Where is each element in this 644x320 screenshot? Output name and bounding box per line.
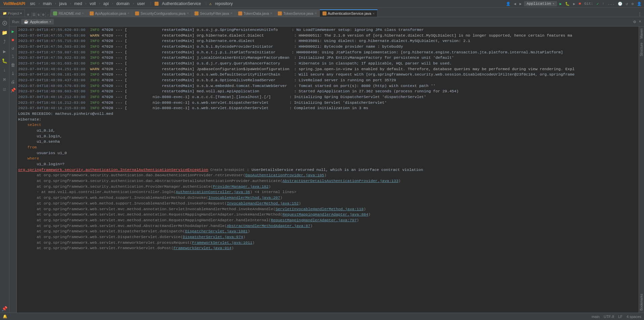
nav-sort-btn[interactable]: ⇅ <box>36 12 41 17</box>
tab-secfilter[interactable]: SecurityFilter.java × <box>192 9 235 17</box>
sidebar-project[interactable]: 📁 <box>1 29 9 37</box>
full-layout: VollMedAPI src › main › java › med › vol… <box>0 0 644 320</box>
apiapp-close[interactable]: × <box>127 11 129 15</box>
top-file-auth[interactable]: AuthenticationService <box>160 1 203 7</box>
log-line: 2023-07-04T18:48:01.693-03:00 INFO 47020… <box>18 61 637 66</box>
tab-tokendata[interactable]: TokenData.java × <box>235 9 275 17</box>
log-line: 2023-07-04T18:47:55.620-03:00 INFO 47020… <box>18 27 637 33</box>
nav-gear-btn[interactable]: ⚙ <box>41 12 46 17</box>
tokendata-icon <box>238 11 242 15</box>
sidebar-pull[interactable]: ↓ <box>1 66 9 74</box>
menu-java[interactable]: java <box>57 1 69 7</box>
project-tab[interactable]: 📁 Project ▾ <box>0 9 25 17</box>
menu-user[interactable]: user <box>135 1 147 7</box>
tokenservice-close[interactable]: × <box>315 11 317 15</box>
sidebar-pin[interactable]: 📌 <box>1 305 9 313</box>
log-line: 2023-07-04T18:48:16.215-03:00 INFO 47020… <box>18 105 637 111</box>
log-sql: u1_0.id, <box>18 128 637 134</box>
refresh-icon[interactable]: ↺ <box>625 1 629 6</box>
file-tabs-bar: 📁 Project ▾ ⊕ ☰ ⇅ ⚙ – README.md × ApiApp… <box>0 8 644 17</box>
maven-label[interactable]: Maven <box>639 27 644 41</box>
authservice-close[interactable]: × <box>373 12 375 15</box>
pin-tab-btn[interactable]: 📌 <box>9 87 17 94</box>
nav-collapse-btn[interactable]: – <box>46 13 50 17</box>
stack-trace-line: at org.springframework.web.servlet.Dispa… <box>18 229 637 234</box>
debug-btn[interactable]: 🐛 <box>564 1 571 6</box>
stack-trace-line: at org.springframework.web.method.suppor… <box>18 201 637 207</box>
log-line: 2023-07-04T18:48:08.101-03:00 INFO 47020… <box>18 72 637 78</box>
tab-authservice[interactable]: AuthenticationService.java × <box>320 9 378 17</box>
tokendata-close[interactable]: × <box>270 11 272 15</box>
tab-readme[interactable]: README.md × <box>50 9 87 17</box>
menu-api[interactable]: api <box>101 1 111 7</box>
nav-config-btn[interactable]: ⊕ <box>25 12 32 17</box>
sidebar-terminal[interactable]: ⌘ <box>1 76 9 84</box>
run-config-display[interactable]: ☕ Application ▾ <box>21 19 54 25</box>
status-git: main <box>592 315 600 319</box>
console-output: 2023-07-04T18:47:55.620-03:00 INFO 47020… <box>17 27 639 313</box>
forward-nav[interactable]: ▶ <box>518 1 523 6</box>
git-up[interactable]: ↑ <box>601 1 605 6</box>
secfilter-label: SecurityFilter.java <box>200 11 229 15</box>
tokenservice-label: TokenService.java <box>283 11 313 15</box>
git-check[interactable]: ✓ <box>596 1 600 6</box>
structure-label[interactable]: Structure <box>639 41 644 58</box>
stack-trace-line: at org.springframework.web.servlet.Frame… <box>18 245 637 251</box>
print-btn[interactable]: 🖨 <box>9 78 17 86</box>
back-nav[interactable]: ◀ <box>513 1 517 6</box>
top-bar-left: VollMedAPI src › main › java › med › vol… <box>1 1 235 7</box>
authservice-label: AuthenticationService.java <box>328 11 372 15</box>
stop-btn[interactable]: ■ <box>578 1 582 6</box>
run-btn[interactable]: ▶ <box>9 28 17 35</box>
status-right: main UTF-8 LF 4 spaces <box>592 315 641 319</box>
left-nav: 📁 ⤴ ▶ 🐛 ↓ ⌘ ☑ 📌 <box>0 17 9 313</box>
top-right-buttons: 👤 ◀ ▶ Application ▾ ▶ 🐛 ▶ ■ Git: ✓ ↑ ...… <box>505 1 643 6</box>
settings-icon[interactable]: ⚙ <box>630 1 635 6</box>
tab-secconfig[interactable]: SecurityConfigurations.java × <box>132 9 192 17</box>
stack-trace-line: at org.springframework.security.authenti… <box>18 184 637 190</box>
run-coverage[interactable]: ▶ <box>572 1 576 6</box>
sidebar-debug[interactable]: 🐛 <box>1 57 9 65</box>
log-line: 2023-07-04T18:48:09.579-03:00 INFO 47020… <box>18 83 637 89</box>
menu-main[interactable]: main <box>41 1 54 7</box>
stack-trace-line: at org.springframework.web.servlet.mvc.m… <box>18 212 637 218</box>
console-close[interactable]: × <box>639 19 641 24</box>
play-btn[interactable]: ▶ <box>558 1 563 6</box>
sidebar-commit[interactable]: ⤴ <box>1 38 9 46</box>
stop-btn-console[interactable]: ■ <box>9 36 17 44</box>
menu-med[interactable]: med <box>72 1 84 7</box>
right-panel: Maven Structure Bookmarks <box>639 27 644 313</box>
user-avatar[interactable]: 👤 <box>636 1 643 6</box>
log-line: 2023-07-04T18:48:16.212-03:00 INFO 47020… <box>18 100 637 106</box>
run-config-name: Application <box>30 20 48 24</box>
sidebar-todo[interactable]: ☑ <box>1 85 9 93</box>
more-tabs-btn[interactable]: ⋮ <box>636 11 644 17</box>
user-icon[interactable]: 👤 <box>505 1 512 6</box>
git-more[interactable]: ... <box>607 1 615 6</box>
menu-src[interactable]: src <box>28 1 37 7</box>
scroll-end-btn[interactable]: ⤓ <box>9 70 17 77</box>
log-line: 2023-07-04T18:47:55.705-03:00 WARN 47020… <box>18 33 637 39</box>
secfilter-close[interactable]: × <box>230 11 232 15</box>
menu-domain[interactable]: domain <box>114 1 131 7</box>
stack-trace-line: at org.springframework.web.method.suppor… <box>18 195 637 201</box>
secconfig-close[interactable]: × <box>187 11 189 15</box>
console-settings[interactable]: ⚙ <box>633 19 636 25</box>
resume-btn[interactable]: ⤵ <box>9 53 17 60</box>
exception-main: org.springframework.security.authenticat… <box>18 167 637 173</box>
tab-tokenservice[interactable]: TokenService.java × <box>275 9 319 17</box>
sidebar-run[interactable]: ▶ <box>1 47 9 55</box>
clear-btn[interactable]: 🗑 <box>9 61 17 69</box>
menu-voll[interactable]: voll <box>88 1 98 7</box>
stack-trace-line: at org.springframework.web.servlet.Frame… <box>18 240 637 246</box>
sidebar-git[interactable] <box>1 19 9 27</box>
top-repo[interactable]: repository <box>213 1 235 7</box>
application-dropdown[interactable]: Application ▾ <box>524 1 557 6</box>
tab-apiapp[interactable]: ApiApplication.java × <box>87 9 133 17</box>
readme-close[interactable]: × <box>82 11 84 15</box>
bookmarks-label[interactable]: Bookmarks <box>639 292 644 313</box>
nav-list-btn[interactable]: ☰ <box>32 12 36 17</box>
stack-trace-line: at org.springframework.web.servlet.mvc.m… <box>18 223 637 229</box>
restart-btn[interactable]: ↺ <box>9 45 17 52</box>
tokenservice-icon <box>278 11 282 15</box>
